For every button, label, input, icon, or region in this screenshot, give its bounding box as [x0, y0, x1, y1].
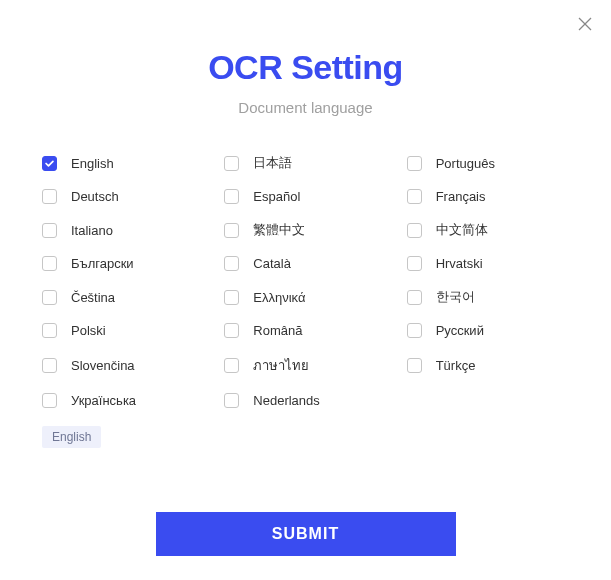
language-option[interactable]: Русский — [407, 323, 569, 338]
language-label: 日本語 — [253, 154, 292, 172]
language-option[interactable]: Български — [42, 256, 204, 271]
language-checkbox[interactable] — [224, 156, 239, 171]
language-checkbox[interactable] — [407, 290, 422, 305]
close-button[interactable] — [577, 16, 593, 32]
language-option[interactable]: Deutsch — [42, 189, 204, 204]
language-checkbox[interactable] — [42, 223, 57, 238]
language-checkbox[interactable] — [407, 189, 422, 204]
language-option[interactable]: Polski — [42, 323, 204, 338]
submit-button[interactable]: SUBMIT — [156, 512, 456, 556]
language-option[interactable]: Čeština — [42, 288, 204, 306]
language-checkbox[interactable] — [224, 189, 239, 204]
language-option[interactable]: Türkçe — [407, 355, 569, 376]
language-checkbox[interactable] — [42, 189, 57, 204]
language-checkbox[interactable] — [407, 256, 422, 271]
language-checkbox[interactable] — [224, 256, 239, 271]
language-label: English — [71, 156, 114, 171]
language-checkbox[interactable] — [407, 156, 422, 171]
language-option[interactable]: Français — [407, 189, 569, 204]
language-option[interactable]: Português — [407, 154, 569, 172]
language-label: 中文简体 — [436, 221, 488, 239]
selected-tag-row: English — [0, 426, 611, 448]
language-option[interactable]: Українська — [42, 393, 204, 408]
language-label: Русский — [436, 323, 484, 338]
language-label: Українська — [71, 393, 136, 408]
language-checkbox[interactable] — [42, 393, 57, 408]
language-label: Hrvatski — [436, 256, 483, 271]
language-option[interactable]: Català — [224, 256, 386, 271]
language-option[interactable]: Ελληνικά — [224, 288, 386, 306]
language-option[interactable]: 日本語 — [224, 154, 386, 172]
language-label: 繁體中文 — [253, 221, 305, 239]
language-label: Español — [253, 189, 300, 204]
language-checkbox[interactable] — [224, 323, 239, 338]
language-checkbox[interactable] — [407, 358, 422, 373]
language-checkbox[interactable] — [224, 358, 239, 373]
language-grid: English日本語PortuguêsDeutschEspañolFrançai… — [0, 154, 611, 408]
language-checkbox[interactable] — [407, 323, 422, 338]
check-icon — [44, 158, 55, 169]
language-label: Português — [436, 156, 495, 171]
language-checkbox[interactable] — [224, 290, 239, 305]
language-option[interactable]: Español — [224, 189, 386, 204]
language-label: Italiano — [71, 223, 113, 238]
language-label: Română — [253, 323, 302, 338]
language-option[interactable]: 中文简体 — [407, 221, 569, 239]
selected-language-tag[interactable]: English — [42, 426, 101, 448]
language-checkbox[interactable] — [42, 156, 57, 171]
language-label: Deutsch — [71, 189, 119, 204]
language-label: Türkçe — [436, 358, 476, 373]
language-label: Polski — [71, 323, 106, 338]
language-label: Čeština — [71, 290, 115, 305]
language-option[interactable]: ภาษาไทย — [224, 355, 386, 376]
language-option[interactable]: Hrvatski — [407, 256, 569, 271]
language-checkbox[interactable] — [42, 323, 57, 338]
language-checkbox[interactable] — [224, 393, 239, 408]
language-option[interactable]: English — [42, 154, 204, 172]
language-label: Български — [71, 256, 134, 271]
language-option[interactable]: Nederlands — [224, 393, 386, 408]
language-option[interactable]: Slovenčina — [42, 355, 204, 376]
language-option[interactable]: 繁體中文 — [224, 221, 386, 239]
page-subtitle: Document language — [0, 99, 611, 116]
language-checkbox[interactable] — [42, 358, 57, 373]
language-checkbox[interactable] — [42, 290, 57, 305]
language-label: ภาษาไทย — [253, 355, 309, 376]
language-label: Nederlands — [253, 393, 320, 408]
language-option[interactable]: Italiano — [42, 221, 204, 239]
language-option[interactable]: 한국어 — [407, 288, 569, 306]
close-icon — [577, 16, 593, 32]
language-label: 한국어 — [436, 288, 475, 306]
language-checkbox[interactable] — [42, 256, 57, 271]
language-option[interactable]: Română — [224, 323, 386, 338]
language-label: Català — [253, 256, 291, 271]
language-checkbox[interactable] — [407, 223, 422, 238]
language-label: Ελληνικά — [253, 290, 305, 305]
language-checkbox[interactable] — [224, 223, 239, 238]
language-label: Slovenčina — [71, 358, 135, 373]
language-label: Français — [436, 189, 486, 204]
page-title: OCR Setting — [0, 48, 611, 87]
